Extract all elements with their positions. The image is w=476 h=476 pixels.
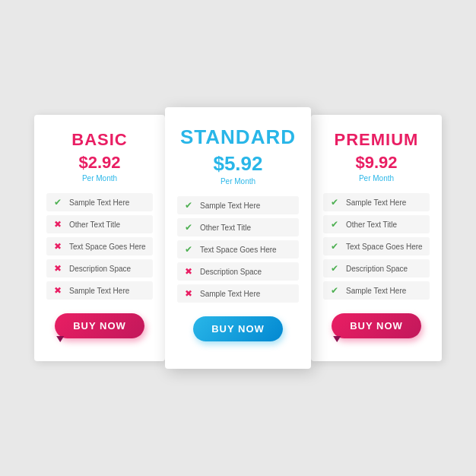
plan-card-standard: STANDARD$5.92Per Month✔Sample Text Here✔…: [165, 107, 311, 369]
feature-text: Text Space Goes Here: [69, 243, 146, 251]
feature-list-basic: ✔Sample Text Here✖Other Text Title✖Text …: [46, 193, 153, 300]
list-item: ✔Sample Text Here: [46, 193, 153, 211]
cross-icon: ✖: [183, 288, 194, 299]
feature-text: Description Space: [69, 265, 131, 273]
feature-text: Description Space: [346, 265, 408, 273]
feature-text: Sample Text Here: [69, 198, 129, 207]
list-item: ✖Sample Text Here: [46, 281, 153, 300]
per-month-standard: Per Month: [177, 177, 299, 186]
btn-wrap-standard: BUY NOW: [177, 316, 299, 341]
per-month-premium: Per Month: [323, 174, 430, 182]
list-item: ✔Other Text Title: [177, 218, 299, 236]
list-item: ✔Sample Text Here: [323, 193, 430, 211]
cross-icon: ✖: [52, 241, 63, 252]
list-item: ✖Description Space: [46, 259, 153, 278]
feature-text: Description Space: [200, 268, 262, 276]
feature-text: Other Text Title: [346, 221, 397, 229]
check-icon: ✔: [329, 241, 340, 252]
buy-now-button-basic[interactable]: BUY NOW: [55, 313, 144, 338]
btn-wrap-premium: BUY NOW: [323, 313, 430, 338]
list-item: ✔Text Space Goes Here: [177, 240, 299, 259]
cross-icon: ✖: [52, 285, 63, 296]
check-icon: ✔: [183, 222, 194, 233]
pricing-container: BASIC$2.92Per Month✔Sample Text Here✖Oth…: [19, 77, 457, 399]
list-item: ✖Text Space Goes Here: [46, 237, 153, 255]
feature-text: Other Text Title: [69, 221, 120, 229]
plan-title-basic: BASIC: [46, 130, 153, 150]
cross-icon: ✖: [52, 219, 63, 230]
cross-icon: ✖: [52, 263, 63, 274]
feature-text: Other Text Title: [200, 224, 251, 232]
plan-card-basic: BASIC$2.92Per Month✔Sample Text Here✖Oth…: [34, 115, 165, 361]
feature-text: Text Space Goes Here: [200, 246, 277, 254]
feature-list-standard: ✔Sample Text Here✔Other Text Title✔Text …: [177, 196, 299, 303]
list-item: ✔Sample Text Here: [323, 281, 430, 300]
per-month-basic: Per Month: [46, 174, 153, 182]
list-item: ✔Text Space Goes Here: [323, 237, 430, 255]
list-item: ✔Sample Text Here: [177, 196, 299, 214]
list-item: ✔Other Text Title: [323, 215, 430, 233]
feature-text: Sample Text Here: [200, 202, 260, 210]
list-item: ✖Sample Text Here: [177, 284, 299, 303]
list-item: ✖Other Text Title: [46, 215, 153, 233]
check-icon: ✔: [183, 244, 194, 255]
check-icon: ✔: [329, 219, 340, 230]
plan-title-premium: PREMIUM: [323, 130, 430, 150]
list-item: ✔Description Space: [323, 259, 430, 278]
plan-card-premium: PREMIUM$9.92Per Month✔Sample Text Here✔O…: [311, 115, 442, 361]
feature-text: Sample Text Here: [346, 287, 406, 295]
feature-list-premium: ✔Sample Text Here✔Other Text Title✔Text …: [323, 193, 430, 300]
feature-text: Text Space Goes Here: [346, 243, 423, 251]
btn-wrap-basic: BUY NOW: [46, 313, 153, 338]
cross-icon: ✖: [183, 266, 194, 277]
feature-text: Sample Text Here: [346, 198, 406, 207]
list-item: ✖Description Space: [177, 262, 299, 281]
buy-now-button-standard[interactable]: BUY NOW: [193, 316, 283, 341]
buy-now-button-premium[interactable]: BUY NOW: [332, 313, 421, 338]
check-icon: ✔: [183, 200, 194, 211]
feature-text: Sample Text Here: [69, 287, 129, 295]
plan-price-premium: $9.92: [323, 153, 430, 173]
feature-text: Sample Text Here: [200, 290, 260, 298]
check-icon: ✔: [329, 263, 340, 274]
check-icon: ✔: [329, 197, 340, 208]
check-icon: ✔: [329, 285, 340, 296]
check-icon: ✔: [52, 197, 63, 208]
plan-price-standard: $5.92: [177, 152, 299, 176]
plan-price-basic: $2.92: [46, 153, 153, 173]
plan-title-standard: STANDARD: [177, 125, 299, 149]
